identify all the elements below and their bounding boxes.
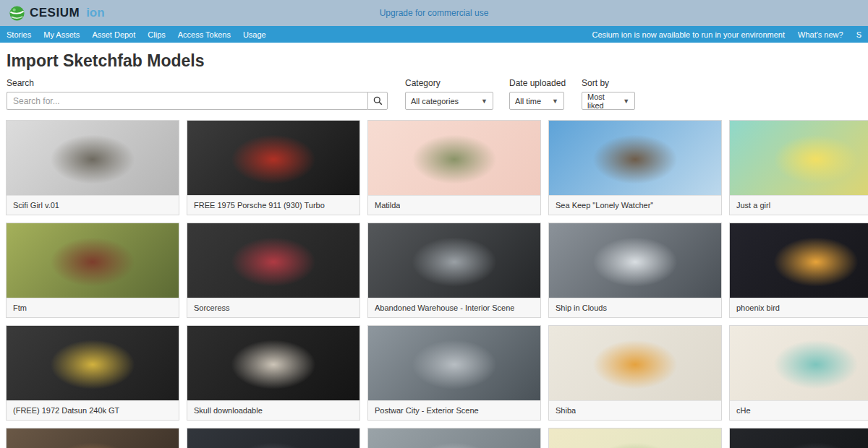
model-card[interactable] — [729, 428, 868, 448]
nav-truncated-link[interactable]: S — [856, 30, 861, 39]
chevron-down-icon: ▼ — [623, 98, 629, 105]
model-title-bar: Just a girl — [730, 195, 868, 215]
model-title: Abandoned Warehouse - Interior Scene — [375, 303, 514, 312]
model-thumbnail — [730, 121, 868, 195]
model-card[interactable]: Scifi Girl v.01 — [6, 120, 179, 215]
model-title: phoenix bird — [736, 303, 780, 312]
model-thumbnail — [187, 121, 359, 195]
main-navbar: Stories My Assets Asset Depot Clips Acce… — [0, 26, 868, 43]
model-thumbnail — [368, 428, 540, 448]
model-card[interactable] — [187, 428, 360, 448]
nav-left: Stories My Assets Asset Depot Clips Acce… — [7, 30, 266, 39]
category-group: Category All categories ▼ — [405, 78, 493, 110]
model-title: Skull downloadable — [194, 406, 263, 415]
model-card[interactable]: Ftm — [6, 223, 179, 318]
date-uploaded-label: Date uploaded — [509, 78, 566, 88]
model-card[interactable]: Sea Keep "Lonely Watcher" — [548, 120, 722, 215]
model-title-bar: Abandoned Warehouse - Interior Scene — [368, 298, 540, 317]
model-card[interactable]: Ship in Clouds — [548, 223, 722, 318]
nav-item-my-assets[interactable]: My Assets — [43, 30, 80, 39]
nav-announcement-link[interactable]: Cesium ion is now available to run in yo… — [592, 30, 785, 39]
search-input[interactable] — [7, 92, 367, 110]
nav-item-asset-depot[interactable]: Asset Depot — [92, 30, 135, 39]
model-title-bar: FREE 1975 Porsche 911 (930) Turbo — [187, 195, 359, 215]
model-thumbnail — [368, 121, 540, 195]
model-thumbnail — [7, 223, 179, 298]
nav-whats-new-link[interactable]: What's new? — [798, 30, 843, 39]
model-thumbnail — [730, 428, 868, 448]
model-card[interactable] — [548, 428, 722, 448]
model-card[interactable]: cHe — [729, 325, 868, 421]
model-thumbnail — [368, 223, 540, 298]
model-thumbnail — [730, 223, 868, 298]
model-card[interactable]: Abandoned Warehouse - Interior Scene — [367, 223, 541, 318]
model-title-bar: (FREE) 1972 Datsun 240k GT — [7, 400, 179, 420]
model-title-bar: Sorceress — [187, 298, 359, 317]
model-thumbnail — [7, 121, 179, 195]
brand-suffix: ion — [86, 6, 105, 20]
top-header: CESIUMion Upgrade for commercial use — [0, 0, 868, 26]
sort-by-group: Sort by Most liked ▼ — [582, 78, 635, 110]
chevron-down-icon: ▼ — [552, 98, 558, 105]
search-button[interactable] — [367, 92, 388, 110]
page-title: Import Sketchfab Models — [0, 43, 868, 71]
sort-by-select[interactable]: Most liked ▼ — [582, 92, 635, 110]
cesium-logo[interactable]: CESIUMion — [9, 5, 105, 22]
model-thumbnail — [187, 223, 359, 298]
model-thumbnail — [549, 121, 721, 195]
model-title-bar: Sea Keep "Lonely Watcher" — [549, 195, 721, 215]
model-card[interactable]: Sorceress — [187, 223, 360, 318]
model-card[interactable]: Matilda — [367, 120, 541, 215]
model-title: Sorceress — [194, 303, 230, 312]
upgrade-commercial-link[interactable]: Upgrade for commercial use — [380, 8, 489, 18]
model-card[interactable]: Just a girl — [729, 120, 868, 215]
filters-bar: Search Category All categories ▼ Date up… — [0, 71, 868, 110]
model-title-bar: phoenix bird — [730, 298, 868, 317]
nav-right: Cesium ion is now available to run in yo… — [592, 30, 861, 39]
model-thumbnail — [7, 326, 179, 400]
model-title: Postwar City - Exterior Scene — [375, 406, 479, 415]
date-uploaded-value: All time — [515, 97, 541, 105]
model-card[interactable] — [367, 428, 541, 448]
model-title: Matilda — [375, 201, 400, 210]
model-card[interactable]: FREE 1975 Porsche 911 (930) Turbo — [187, 120, 360, 215]
model-thumbnail — [7, 428, 179, 448]
search-group: Search — [7, 78, 388, 110]
date-uploaded-group: Date uploaded All time ▼ — [509, 78, 566, 110]
nav-item-stories[interactable]: Stories — [7, 30, 31, 39]
model-title: Ftm — [13, 303, 27, 312]
model-grid: Scifi Girl v.01 FREE 1975 Porsche 911 (9… — [0, 120, 868, 448]
model-card[interactable]: Postwar City - Exterior Scene — [367, 325, 541, 421]
model-thumbnail — [730, 326, 868, 400]
model-card[interactable] — [6, 428, 179, 448]
category-select[interactable]: All categories ▼ — [405, 92, 493, 110]
model-card[interactable]: Skull downloadable — [187, 325, 360, 421]
search-row — [7, 92, 388, 110]
model-card[interactable]: Shiba — [548, 325, 722, 421]
brand-name: CESIUM — [30, 6, 80, 20]
nav-item-clips[interactable]: Clips — [148, 30, 165, 39]
model-thumbnail — [187, 428, 359, 448]
category-value: All categories — [411, 97, 459, 105]
model-thumbnail — [368, 326, 540, 400]
sort-by-value: Most liked — [587, 92, 616, 110]
model-title-bar: Ship in Clouds — [549, 298, 721, 317]
model-title-bar: Scifi Girl v.01 — [7, 195, 179, 215]
model-title-bar: cHe — [730, 400, 868, 420]
model-title: Scifi Girl v.01 — [13, 201, 59, 210]
date-uploaded-select[interactable]: All time ▼ — [509, 92, 564, 110]
search-label: Search — [7, 78, 388, 88]
category-label: Category — [405, 78, 493, 88]
model-title: Ship in Clouds — [556, 303, 607, 312]
chevron-down-icon: ▼ — [481, 98, 488, 105]
model-card[interactable]: (FREE) 1972 Datsun 240k GT — [6, 325, 179, 421]
nav-item-usage[interactable]: Usage — [243, 30, 266, 39]
model-title-bar: Ftm — [7, 298, 179, 317]
nav-item-access-tokens[interactable]: Access Tokens — [178, 30, 231, 39]
model-thumbnail — [549, 223, 721, 298]
model-title-bar: Postwar City - Exterior Scene — [368, 400, 540, 420]
model-card[interactable]: phoenix bird — [729, 223, 868, 318]
model-thumbnail — [549, 428, 721, 448]
search-icon — [373, 96, 383, 105]
model-thumbnail — [187, 326, 359, 400]
